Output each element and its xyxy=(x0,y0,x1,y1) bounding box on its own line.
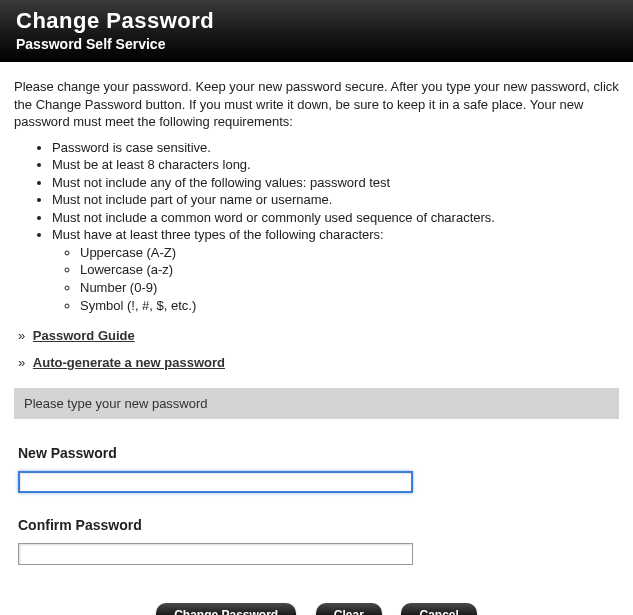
requirements-list: Password is case sensitive. Must be at l… xyxy=(52,139,619,314)
new-password-input[interactable] xyxy=(18,471,413,493)
sub-requirement-item: Number (0-9) xyxy=(80,279,619,297)
button-row: Change Password Clear Cancel xyxy=(14,603,619,615)
link-row-guide: » Password Guide xyxy=(18,328,619,343)
requirement-item: Password is case sensitive. xyxy=(52,139,619,157)
auto-generate-link[interactable]: Auto-generate a new password xyxy=(33,355,225,370)
requirement-item: Must not include part of your name or us… xyxy=(52,191,619,209)
page-subtitle: Password Self Service xyxy=(16,36,617,52)
helper-links: » Password Guide » Auto-generate a new p… xyxy=(18,328,619,370)
raquo-icon: » xyxy=(18,328,25,343)
clear-button[interactable]: Clear xyxy=(316,603,382,615)
requirement-item: Must have at least three types of the fo… xyxy=(52,226,619,314)
change-password-button[interactable]: Change Password xyxy=(156,603,296,615)
confirm-password-label: Confirm Password xyxy=(18,517,619,533)
content-area: Please change your password. Keep your n… xyxy=(0,62,633,615)
page-title: Change Password xyxy=(16,8,617,34)
intro-text: Please change your password. Keep your n… xyxy=(14,78,619,131)
requirement-item: Must be at least 8 characters long. xyxy=(52,156,619,174)
requirement-item: Must not include any of the following va… xyxy=(52,174,619,192)
confirm-password-field: Confirm Password xyxy=(18,517,619,565)
sub-requirement-item: Lowercase (a-z) xyxy=(80,261,619,279)
sub-requirements-list: Uppercase (A-Z) Lowercase (a-z) Number (… xyxy=(80,244,619,314)
confirm-password-input[interactable] xyxy=(18,543,413,565)
prompt-bar: Please type your new password xyxy=(14,388,619,419)
new-password-field: New Password xyxy=(18,445,619,493)
sub-requirement-item: Uppercase (A-Z) xyxy=(80,244,619,262)
link-row-autogen: » Auto-generate a new password xyxy=(18,355,619,370)
page-header: Change Password Password Self Service xyxy=(0,0,633,62)
new-password-label: New Password xyxy=(18,445,619,461)
cancel-button[interactable]: Cancel xyxy=(401,603,476,615)
password-guide-link[interactable]: Password Guide xyxy=(33,328,135,343)
sub-requirement-item: Symbol (!, #, $, etc.) xyxy=(80,297,619,315)
requirement-item: Must not include a common word or common… xyxy=(52,209,619,227)
requirement-item-text: Must have at least three types of the fo… xyxy=(52,227,384,242)
raquo-icon: » xyxy=(18,355,25,370)
